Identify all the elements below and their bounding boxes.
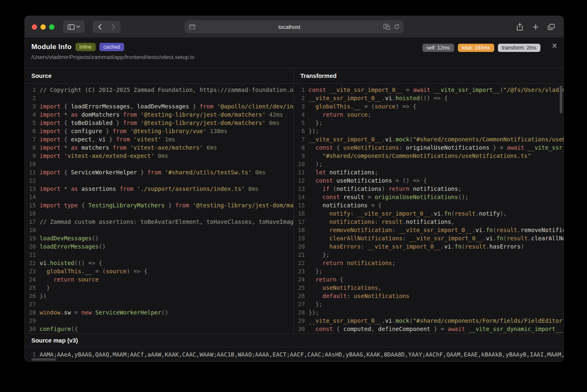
line-number: 20 bbox=[294, 242, 305, 251]
line-number: 23 bbox=[25, 267, 36, 275]
line-number: 1 bbox=[294, 86, 305, 94]
line-number: 13 bbox=[294, 185, 305, 193]
minimize-window-button[interactable] bbox=[40, 24, 46, 30]
address-bar[interactable]: localhost A bbox=[185, 20, 404, 33]
code-line: 6import { configure } from '@testing-lib… bbox=[25, 127, 293, 135]
line-number: 25 bbox=[25, 284, 36, 292]
close-icon[interactable]: × bbox=[552, 41, 557, 51]
vertical-scrollbar[interactable] bbox=[560, 86, 562, 113]
code-line: 3 globalThis.__ = (source) => { bbox=[294, 102, 563, 110]
code-line: 20 hasErrors: __vite_ssr_import_0__.vi.f… bbox=[294, 242, 563, 251]
line-number: 4 bbox=[294, 110, 305, 119]
horizontal-scrollbar[interactable] bbox=[31, 358, 56, 361]
code-line: 25 } bbox=[25, 284, 293, 292]
line-number: 9 bbox=[294, 152, 305, 160]
line-number: 9 bbox=[25, 152, 36, 160]
translate-icon[interactable]: A bbox=[384, 24, 390, 30]
line-number: 10 bbox=[294, 160, 305, 168]
line-number: 27 bbox=[25, 300, 36, 308]
line-number: 5 bbox=[25, 119, 36, 127]
code-line: 14 bbox=[25, 193, 293, 201]
toolbar-right-actions bbox=[514, 21, 557, 33]
line-number: 11 bbox=[294, 168, 305, 176]
code-line: 9import 'vitest-axe/extend-expect' 0ms bbox=[25, 152, 293, 160]
reload-icon[interactable] bbox=[394, 24, 400, 30]
sidebar-icon bbox=[68, 24, 75, 30]
code-line: 3import { loadErrorMessages, loadDevMess… bbox=[25, 102, 293, 110]
code-line: 16 notify: __vite_ssr_import_0__.vi.fn(r… bbox=[294, 209, 563, 218]
code-line: 21 }; bbox=[294, 251, 563, 259]
code-line: 2__vite_ssr_import_0__.vi.hoisted(() => … bbox=[294, 94, 563, 102]
code-line: 13import * as assertions from './support… bbox=[25, 185, 293, 193]
line-number: 6 bbox=[294, 127, 305, 135]
share-button[interactable] bbox=[514, 21, 526, 33]
line-number: 6 bbox=[25, 127, 36, 135]
forward-button[interactable] bbox=[106, 21, 120, 33]
sourcemap-line-number: 1 bbox=[25, 351, 36, 358]
code-line: 22vi.hoisted(() => { bbox=[25, 259, 293, 267]
code-line: 1// Copyright (C) 2012-2025 Zammad Found… bbox=[25, 86, 293, 94]
vite-inspect-page: Module Info inlinecached self: 12mstotal… bbox=[25, 38, 563, 361]
line-number: 22 bbox=[294, 259, 305, 267]
new-tab-button[interactable] bbox=[529, 21, 542, 33]
sourcemap-row[interactable]: 1 AAMA;AAeA,yBAAG,QAAQ,MAAM;AACf,aAAW,KA… bbox=[25, 347, 563, 361]
code-line: 29__vite_ssr_import_0__.vi.mock("#shared… bbox=[294, 317, 563, 325]
line-number: 29 bbox=[25, 317, 36, 325]
line-number: 18 bbox=[294, 226, 305, 234]
code-line: 17 notifications: result.notifications, bbox=[294, 218, 563, 226]
line-number: 28 bbox=[25, 308, 36, 317]
code-area: 1// Copyright (C) 2012-2025 Zammad Found… bbox=[25, 84, 563, 333]
back-button[interactable] bbox=[92, 21, 106, 33]
line-number: 24 bbox=[294, 275, 305, 284]
line-number: 12 bbox=[294, 176, 305, 185]
code-line: 25 useNotifications, bbox=[294, 284, 563, 292]
code-line: 19loadDevMessages() bbox=[25, 234, 293, 242]
transformed-code[interactable]: 1const __vite_ssr_import_0__ = await __v… bbox=[294, 84, 563, 333]
line-number: 20 bbox=[25, 242, 36, 251]
line-number: 12 bbox=[25, 176, 36, 185]
line-number: 15 bbox=[294, 201, 305, 209]
line-number: 16 bbox=[294, 209, 305, 218]
code-line: 21 bbox=[25, 251, 293, 259]
code-line: 4 return source; bbox=[294, 110, 563, 119]
code-line: 18 removeNotification: __vite_ssr_import… bbox=[294, 226, 563, 234]
line-number: 2 bbox=[294, 94, 305, 102]
code-line: 14 const result = originalUseNotificatio… bbox=[294, 193, 563, 201]
code-line: 5 }; bbox=[294, 119, 563, 127]
close-window-button[interactable] bbox=[32, 24, 37, 30]
module-path: /Users/vladimir/Projects/zammad/app/fron… bbox=[31, 54, 557, 60]
line-number: 27 bbox=[294, 300, 305, 308]
code-line: 30configure({ bbox=[25, 325, 293, 333]
line-number: 21 bbox=[25, 251, 36, 259]
line-number: 30 bbox=[25, 325, 36, 333]
sidebar-toggle-button[interactable] bbox=[63, 21, 85, 33]
zoom-window-button[interactable] bbox=[49, 24, 54, 30]
code-line: 6}); bbox=[294, 127, 563, 135]
code-line: 8 const { useNotifications: originalUseN… bbox=[294, 143, 563, 152]
tab-overview-button[interactable] bbox=[545, 21, 557, 33]
status-badge: cached bbox=[99, 43, 124, 51]
source-code[interactable]: 1// Copyright (C) 2012-2025 Zammad Found… bbox=[25, 84, 294, 333]
line-number: 14 bbox=[294, 193, 305, 201]
navigation-buttons bbox=[92, 21, 120, 33]
code-line: 20loadErrorMessages() bbox=[25, 242, 293, 251]
code-line: 19 clearAllNotifications: __vite_ssr_imp… bbox=[294, 234, 563, 242]
code-line: 15import type { TestingLibraryMatchers }… bbox=[25, 201, 293, 209]
code-line: 24 return source bbox=[25, 275, 293, 284]
page-settings-icon[interactable] bbox=[189, 24, 196, 29]
module-badges: inlinecached bbox=[75, 43, 125, 51]
metric-badge: total: 193ms bbox=[458, 44, 494, 52]
line-number: 25 bbox=[294, 284, 305, 292]
line-number: 19 bbox=[294, 234, 305, 242]
line-number: 2 bbox=[25, 94, 36, 102]
code-line: 18 bbox=[25, 226, 293, 234]
browser-window: localhost A M bbox=[24, 16, 564, 362]
line-number: 18 bbox=[25, 226, 36, 234]
metric-badge: transform: 2ms bbox=[498, 44, 540, 52]
code-line: 5import { toBeDisabled } from '@testing-… bbox=[25, 119, 293, 127]
timing-metrics: self: 12mstotal: 193mstransform: 2ms bbox=[422, 44, 540, 52]
metric-badge: self: 12ms bbox=[422, 44, 454, 52]
panel-headers: Source Transformed bbox=[25, 68, 563, 84]
window-controls bbox=[32, 24, 54, 30]
line-number: 7 bbox=[25, 135, 36, 143]
